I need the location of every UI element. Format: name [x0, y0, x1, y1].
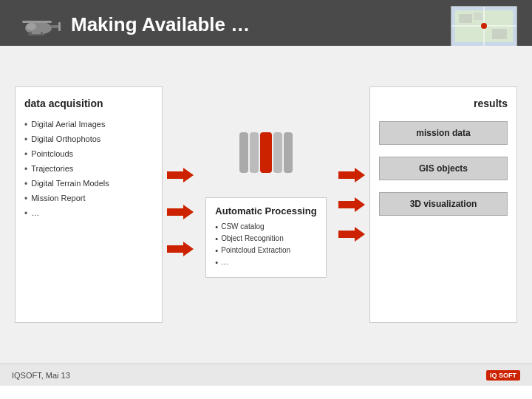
svg-rect-14 [474, 13, 482, 20]
header: Making Available … [0, 0, 532, 46]
arrow-right-3 [338, 227, 365, 242]
results-title: results [379, 98, 508, 109]
main-content: data acquisition Digital Aerial Images D… [0, 46, 532, 364]
map-thumbnail [451, 6, 517, 47]
svg-point-4 [26, 23, 36, 30]
arrow-left-2 [167, 205, 194, 219]
svg-rect-6 [30, 32, 32, 35]
svg-point-15 [481, 23, 487, 29]
footer-label: IQSOFT, Mai 13 [12, 371, 70, 380]
list-item: Pointcloud Extraction [215, 246, 316, 255]
svg-rect-7 [41, 32, 43, 35]
middle-area: Automatic Processing CSW catalog Object … [198, 132, 334, 278]
list-item: … [24, 208, 153, 219]
footer-logo: IQ SOFT [486, 370, 520, 381]
svg-rect-1 [50, 25, 59, 28]
svg-rect-2 [58, 22, 61, 31]
processing-title: Automatic Processing [215, 205, 316, 216]
result-3d-visualization: 3D visualization [379, 192, 508, 216]
cylinder-visual [236, 132, 296, 191]
svg-rect-12 [459, 14, 472, 23]
list-item: Object Recognition [215, 234, 316, 243]
list-item: Pointclouds [24, 149, 153, 160]
arrow-right-1 [338, 168, 365, 183]
list-item: Digital Aerial Images [24, 120, 153, 130]
arrows-left-group [167, 168, 194, 256]
processing-box: Automatic Processing CSW catalog Object … [205, 197, 326, 278]
result-gis-objects: GIS objects [379, 157, 508, 180]
list-item: CSW catalog [215, 222, 316, 231]
page-title: Making Available … [71, 13, 250, 36]
arrow-left-3 [167, 242, 194, 256]
list-item: Digital Terrain Models [24, 179, 153, 189]
arrow-left-1 [167, 168, 194, 183]
arrow-right-2 [338, 197, 365, 212]
list-item: … [215, 258, 316, 267]
list-item: Digital Orthophotos [24, 134, 153, 145]
helicopter-icon [15, 9, 61, 40]
svg-rect-13 [492, 29, 507, 39]
svg-rect-3 [22, 21, 52, 23]
list-item: Trajectories [24, 164, 153, 174]
data-acquisition-box: data acquisition Digital Aerial Images D… [15, 86, 163, 323]
footer: IQSOFT, Mai 13 IQ SOFT [0, 364, 532, 386]
data-acquisition-list: Digital Aerial Images Digital Orthophoto… [24, 120, 153, 219]
data-acquisition-title: data acquisition [24, 98, 153, 109]
result-mission-data: mission data [379, 121, 508, 145]
processing-list: CSW catalog Object Recognition Pointclou… [215, 222, 316, 267]
arrows-right-group [338, 168, 365, 242]
list-item: Mission Report [24, 194, 153, 204]
results-box: results mission data GIS objects 3D visu… [369, 86, 517, 323]
